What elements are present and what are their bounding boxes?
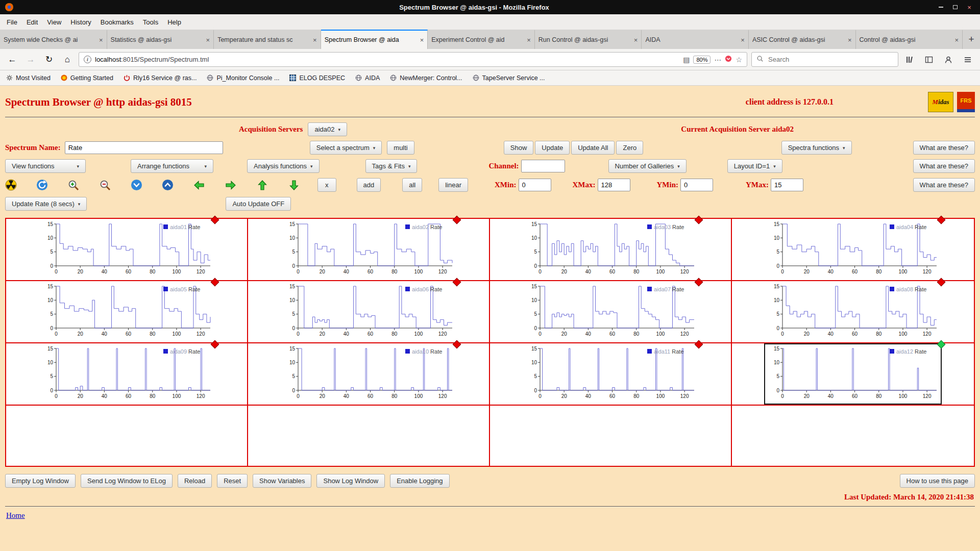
tab-close-icon[interactable]: × [206, 36, 210, 44]
arrange-functions-select[interactable]: Arrange functions▾ [131, 159, 213, 173]
analysis-functions-select[interactable]: Analysis functions▾ [247, 159, 320, 173]
tab-7[interactable]: AIDA× [642, 30, 749, 49]
scale-down-icon[interactable] [131, 179, 142, 191]
ymax-input[interactable] [771, 179, 803, 191]
tab-6[interactable]: Run Control @ aidas-gsi× [535, 30, 642, 49]
page-info-icon[interactable]: i [84, 56, 91, 63]
menu-view[interactable]: View [42, 16, 66, 29]
reload-button[interactable]: Reload [178, 474, 212, 488]
tab-8[interactable]: ASIC Control @ aidas-gsi× [749, 30, 856, 49]
bookmark-elog-despec[interactable]: ELOG DESPEC [289, 74, 345, 82]
bookmark-most-visited[interactable]: Most Visited [6, 74, 51, 82]
gallery-cell-aida02[interactable]: 051015020406080100120aida02 Rate [248, 219, 490, 281]
chart-aida03[interactable]: 051015020406080100120aida03 Rate [522, 219, 699, 280]
chart-aida08[interactable]: 051015020406080100120aida08 Rate [764, 281, 942, 342]
empty-log-window-button[interactable]: Empty Log Window [5, 474, 76, 488]
what-are-these-button-3[interactable]: What are these? [913, 178, 975, 192]
tab-5[interactable]: Experiment Control @ aid× [428, 30, 535, 49]
move-down-icon[interactable] [288, 179, 300, 191]
tab-3[interactable]: Temperature and status sc× [214, 30, 321, 49]
bookmark-star-icon[interactable]: ☆ [736, 56, 742, 64]
auto-update-button[interactable]: Auto Update OFF [226, 197, 291, 211]
gallery-cell-aida04[interactable]: 051015020406080100120aida04 Rate [732, 219, 974, 281]
zero-button[interactable]: Zero [616, 141, 643, 155]
chart-aida06[interactable]: 051015020406080100120aida06 Rate [280, 281, 457, 342]
number-of-galleries-select[interactable]: Number of Galleries▾ [608, 159, 687, 173]
gallery-cell-aida11[interactable]: 051015020406080100120aida11 Rate [490, 343, 732, 406]
spectra-functions-select[interactable]: Spectra functions▾ [781, 141, 852, 155]
search-input[interactable] [767, 55, 893, 64]
account-icon[interactable] [941, 53, 955, 67]
chart-aida05[interactable]: 051015020406080100120aida05 Rate [38, 281, 215, 342]
refresh-icon[interactable] [36, 179, 48, 191]
spectrum-plot-aida09[interactable]: 051015020406080100120aida09 Rate [39, 344, 214, 402]
bookmark-newmerger-control[interactable]: NewMerger: Control... [390, 74, 462, 82]
library-icon[interactable] [902, 53, 917, 67]
tab-2[interactable]: Statistics @ aidas-gsi× [107, 30, 214, 49]
chart-aida12[interactable]: 051015020406080100120aida12 Rate [764, 343, 942, 405]
chart-aida09[interactable]: 051015020406080100120aida09 Rate [38, 343, 215, 405]
radioactive-icon[interactable] [5, 179, 17, 191]
what-are-these-button-2[interactable]: What are these? [913, 159, 975, 173]
view-functions-select[interactable]: View functions▾ [5, 159, 86, 173]
linear-button[interactable]: linear [438, 178, 468, 192]
sidebar-toggle-icon[interactable] [922, 53, 936, 67]
gallery-cell-aida06[interactable]: 051015020406080100120aida06 Rate [248, 281, 490, 343]
chart-aida04[interactable]: 051015020406080100120aida04 Rate [764, 219, 942, 280]
enable-logging-button[interactable]: Enable Logging [390, 474, 449, 488]
update-rate-select[interactable]: Update Rate (8 secs)▾ [5, 197, 87, 211]
spectrum-plot-aida12[interactable]: 051015020406080100120aida12 Rate [765, 344, 941, 402]
bookmark-aida[interactable]: AIDA [355, 74, 380, 82]
menu-bookmarks[interactable]: Bookmarks [96, 16, 138, 29]
close-button[interactable]: × [964, 3, 975, 12]
pocket-icon[interactable] [725, 55, 732, 64]
bookmark-getting-started[interactable]: Getting Started [61, 74, 113, 82]
xmin-input[interactable] [519, 179, 551, 191]
multi-button[interactable]: multi [387, 141, 414, 155]
back-button[interactable]: ← [5, 53, 19, 67]
select-spectrum-select[interactable]: Select a spectrum▾ [310, 141, 382, 155]
reader-mode-icon[interactable]: ▤ [683, 56, 690, 64]
spectrum-plot-aida06[interactable]: 051015020406080100120aida06 Rate [281, 282, 456, 339]
update-button[interactable]: Update [535, 141, 570, 155]
gallery-cell-aida09[interactable]: 051015020406080100120aida09 Rate [6, 343, 248, 406]
spectrum-plot-aida05[interactable]: 051015020406080100120aida05 Rate [39, 282, 214, 339]
chart-aida02[interactable]: 051015020406080100120aida02 Rate [280, 219, 457, 280]
home-button[interactable]: ⌂ [60, 53, 75, 67]
tags-fits-select[interactable]: Tags & Fits▾ [365, 159, 418, 173]
tab-1[interactable]: System wide Checks @ ai× [0, 30, 107, 49]
page-actions-icon[interactable]: ⋯ [714, 56, 721, 64]
spectrum-name-input[interactable] [65, 141, 223, 154]
tab-close-icon[interactable]: × [848, 36, 852, 44]
tab-9[interactable]: Control @ aidas-gsi× [856, 30, 963, 49]
chart-aida10[interactable]: 051015020406080100120aida10 Rate [280, 343, 457, 405]
gallery-cell-aida10[interactable]: 051015020406080100120aida10 Rate [248, 343, 490, 406]
reset-button[interactable]: Reset [217, 474, 248, 488]
maximize-button[interactable] [949, 3, 961, 12]
new-tab-button[interactable]: + [963, 30, 980, 49]
send-log-window-to-elog-button[interactable]: Send Log Window to ELog [81, 474, 173, 488]
chart-aida11[interactable]: 051015020406080100120aida11 Rate [522, 343, 699, 405]
home-link[interactable]: Home [6, 511, 25, 520]
hamburger-menu-icon[interactable] [961, 53, 975, 67]
gallery-cell-aida05[interactable]: 051015020406080100120aida05 Rate [6, 281, 248, 343]
chart-aida01[interactable]: 051015020406080100120aida01 Rate [38, 219, 215, 280]
spectrum-plot-aida07[interactable]: 051015020406080100120aida07 Rate [523, 282, 698, 339]
gallery-cell-aida08[interactable]: 051015020406080100120aida08 Rate [732, 281, 974, 343]
spectrum-plot-aida03[interactable]: 051015020406080100120aida03 Rate [523, 220, 698, 277]
spectrum-plot-aida01[interactable]: 051015020406080100120aida01 Rate [39, 220, 214, 277]
tab-close-icon[interactable]: × [527, 36, 531, 44]
menu-history[interactable]: History [66, 16, 95, 29]
acquisition-server-select[interactable]: aida02▾ [308, 122, 347, 136]
gallery-cell-empty-1[interactable] [6, 406, 248, 466]
spectrum-plot-aida11[interactable]: 051015020406080100120aida11 Rate [523, 344, 698, 402]
update-all-button[interactable]: Update All [571, 141, 615, 155]
tab-close-icon[interactable]: × [741, 36, 745, 44]
tab-close-icon[interactable]: × [99, 36, 103, 44]
bookmark-pi-monitor-console[interactable]: Pi_Monitor Console ... [207, 74, 279, 82]
gallery-cell-aida01[interactable]: 051015020406080100120aida01 Rate [6, 219, 248, 281]
spectrum-plot-aida08[interactable]: 051015020406080100120aida08 Rate [765, 282, 941, 339]
tab-close-icon[interactable]: × [313, 36, 317, 44]
menu-file[interactable]: File [2, 16, 22, 29]
move-left-icon[interactable] [193, 179, 205, 191]
